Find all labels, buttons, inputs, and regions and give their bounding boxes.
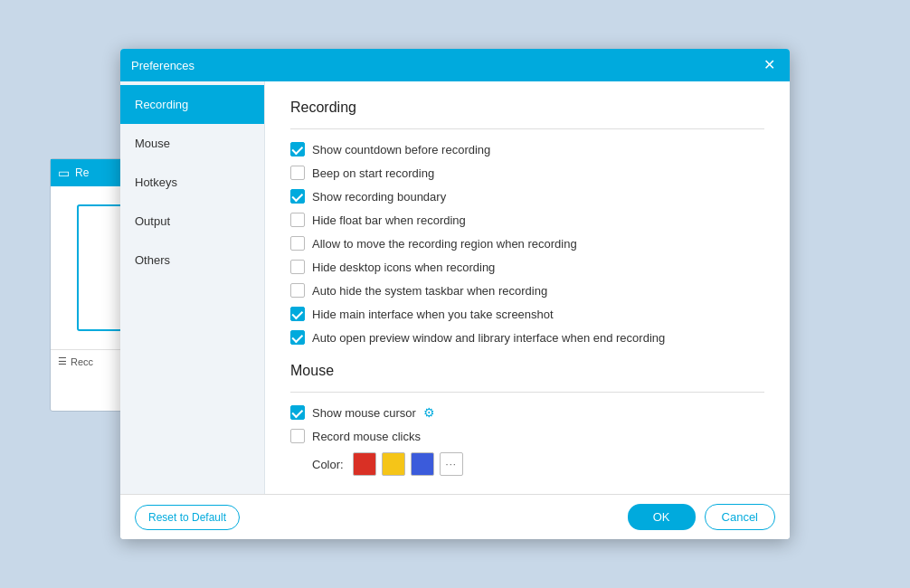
cursor-settings-icon[interactable]: ⚙ [423, 405, 438, 420]
checkbox-move-region[interactable] [290, 236, 305, 251]
label-screenshot: Hide main interface when you take screen… [312, 308, 554, 321]
sidebar-item-recording[interactable]: Recording [120, 85, 264, 124]
color-swatch-blue[interactable] [411, 452, 434, 476]
color-label: Color: [312, 458, 344, 471]
label-move-region: Allow to move the recording region when … [312, 237, 577, 251]
option-show-cursor: Show mouse cursor ⚙ [290, 405, 764, 420]
option-preview: Auto open preview window and library int… [290, 330, 764, 345]
bg-window-app-icon: ▭ [58, 166, 70, 180]
content-area: Recording Show countdown before recordin… [265, 81, 790, 494]
label-boundary: Show recording boundary [312, 190, 446, 204]
option-taskbar: Auto hide the system taskbar when record… [290, 283, 764, 298]
label-desktop-icons: Hide desktop icons when recording [312, 261, 495, 274]
mouse-divider [290, 392, 764, 393]
label-float-bar: Hide float bar when recording [312, 213, 466, 227]
reset-to-default-button[interactable]: Reset to Default [135, 505, 240, 530]
checkbox-record-clicks[interactable] [290, 429, 305, 443]
dialog-body: Recording Mouse Hotkeys Output Others Re… [120, 81, 790, 494]
checkbox-desktop-icons[interactable] [290, 260, 305, 274]
label-countdown: Show countdown before recording [312, 143, 490, 156]
mouse-section: Mouse Show mouse cursor ⚙ Record mouse c… [290, 363, 764, 476]
recording-section-title: Recording [290, 100, 764, 116]
checkbox-preview[interactable] [290, 330, 305, 345]
option-record-clicks: Record mouse clicks [290, 429, 764, 443]
color-swatch-yellow[interactable] [382, 452, 405, 476]
sidebar-item-others[interactable]: Others [120, 241, 264, 280]
checkbox-float-bar[interactable] [290, 213, 305, 227]
sidebar-item-output[interactable]: Output [120, 202, 264, 241]
option-countdown: Show countdown before recording [290, 142, 764, 156]
checkbox-countdown[interactable] [290, 142, 305, 156]
sidebar-item-mouse[interactable]: Mouse [120, 124, 264, 163]
checkbox-screenshot[interactable] [290, 307, 305, 321]
option-beep: Beep on start recording [290, 166, 764, 180]
label-show-cursor: Show mouse cursor [312, 406, 416, 420]
sidebar: Recording Mouse Hotkeys Output Others [120, 81, 265, 494]
checkbox-taskbar[interactable] [290, 283, 305, 298]
option-boundary: Show recording boundary [290, 189, 764, 204]
option-float-bar: Hide float bar when recording [290, 213, 764, 227]
recording-divider [290, 128, 764, 129]
sidebar-item-hotkeys[interactable]: Hotkeys [120, 163, 264, 202]
option-screenshot: Hide main interface when you take screen… [290, 307, 764, 321]
bg-window-title: Re [75, 166, 89, 179]
dialog-title: Preferences [131, 59, 194, 72]
preferences-dialog: Preferences ✕ Recording Mouse Hotkeys Ou… [120, 49, 790, 539]
ok-button[interactable]: OK [628, 504, 696, 530]
mouse-section-title: Mouse [290, 363, 764, 379]
color-swatch-red[interactable] [353, 452, 376, 476]
checkbox-show-cursor[interactable] [290, 405, 305, 420]
option-move-region: Allow to move the recording region when … [290, 236, 764, 251]
bg-window-footer-label: Recc [71, 356, 93, 367]
dialog-close-button[interactable]: ✕ [760, 56, 779, 74]
label-preview: Auto open preview window and library int… [312, 331, 665, 345]
footer-action-buttons: OK Cancel [628, 504, 775, 530]
label-taskbar: Auto hide the system taskbar when record… [312, 284, 547, 298]
checkbox-boundary[interactable] [290, 189, 305, 204]
label-beep: Beep on start recording [312, 166, 434, 180]
color-more-button[interactable]: ··· [440, 452, 463, 476]
checkbox-beep[interactable] [290, 166, 305, 180]
option-desktop-icons: Hide desktop icons when recording [290, 260, 764, 274]
dialog-footer: Reset to Default OK Cancel [120, 494, 790, 539]
dialog-titlebar: Preferences ✕ [120, 49, 790, 81]
cancel-button[interactable]: Cancel [705, 504, 775, 530]
color-row: Color: ··· [290, 452, 764, 476]
label-record-clicks: Record mouse clicks [312, 430, 421, 443]
